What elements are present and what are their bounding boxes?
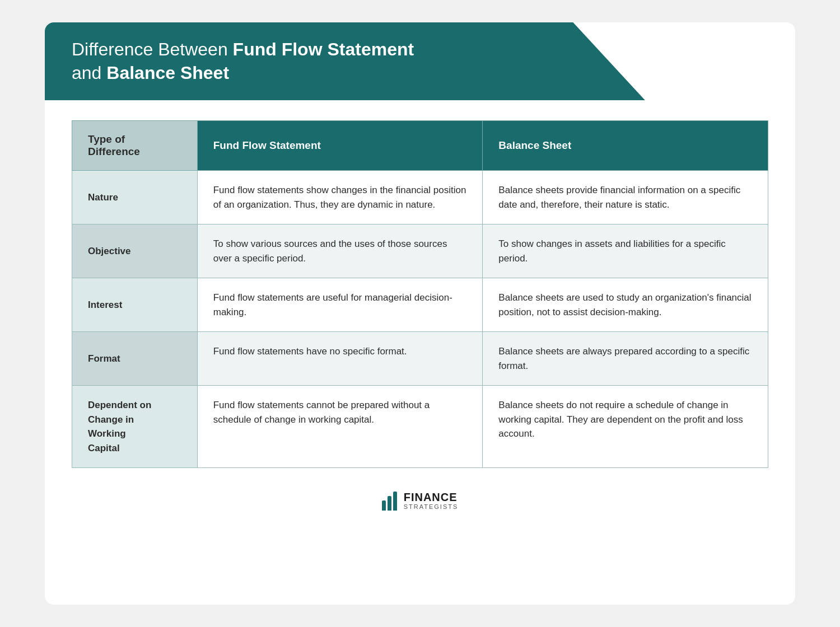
logo-strategists: STRATEGISTS	[404, 503, 459, 510]
table-row: InterestFund flow statements are useful …	[72, 278, 768, 332]
cell-balance-sheet: Balance sheets are always prepared accor…	[483, 332, 768, 386]
table-row: FormatFund flow statements have no speci…	[72, 332, 768, 386]
col-header-type: Type ofDifference	[72, 121, 198, 171]
logo-text: FINANCE STRATEGISTS	[404, 491, 459, 510]
cell-type: Dependent onChange inWorkingCapital	[72, 386, 198, 468]
logo-finance: FINANCE	[404, 491, 459, 503]
cell-balance-sheet: Balance sheets are used to study an orga…	[483, 278, 768, 332]
col-header-fund-flow: Fund Flow Statement	[197, 121, 483, 171]
cell-balance-sheet: Balance sheets do not require a schedule…	[483, 386, 768, 468]
page-title: Difference Between Fund Flow Statement a…	[72, 38, 618, 85]
title-mid: and	[72, 63, 106, 83]
bar1	[382, 500, 386, 511]
cell-fund-flow: Fund flow statements show changes in the…	[197, 171, 483, 224]
bar3	[393, 492, 397, 511]
cell-fund-flow: To show various sources and the uses of …	[197, 224, 483, 278]
table-row: ObjectiveTo show various sources and the…	[72, 224, 768, 278]
cell-fund-flow: Fund flow statements are useful for mana…	[197, 278, 483, 332]
comparison-table: Type ofDifference Fund Flow Statement Ba…	[72, 120, 768, 468]
title-prefix: Difference Between	[72, 39, 233, 59]
logo-icon	[382, 490, 397, 511]
title-bold2: Balance Sheet	[106, 63, 229, 83]
cell-type: Interest	[72, 278, 198, 332]
table-row: Dependent onChange inWorkingCapitalFund …	[72, 386, 768, 468]
table-container: Type ofDifference Fund Flow Statement Ba…	[45, 100, 795, 479]
cell-balance-sheet: To show changes in assets and liabilitie…	[483, 224, 768, 278]
cell-type: Nature	[72, 171, 198, 224]
footer: FINANCE STRATEGISTS	[45, 479, 795, 516]
col-header-balance-sheet: Balance Sheet	[483, 121, 768, 171]
cell-type: Format	[72, 332, 198, 386]
title-bold1: Fund Flow Statement	[233, 39, 414, 59]
main-card: Difference Between Fund Flow Statement a…	[45, 22, 795, 605]
table-header-row: Type ofDifference Fund Flow Statement Ba…	[72, 121, 768, 171]
cell-fund-flow: Fund flow statements cannot be prepared …	[197, 386, 483, 468]
cell-type: Objective	[72, 224, 198, 278]
bar2	[388, 496, 391, 511]
cell-fund-flow: Fund flow statements have no specific fo…	[197, 332, 483, 386]
cell-balance-sheet: Balance sheets provide financial informa…	[483, 171, 768, 224]
page-header: Difference Between Fund Flow Statement a…	[45, 22, 645, 100]
table-row: NatureFund flow statements show changes …	[72, 171, 768, 224]
